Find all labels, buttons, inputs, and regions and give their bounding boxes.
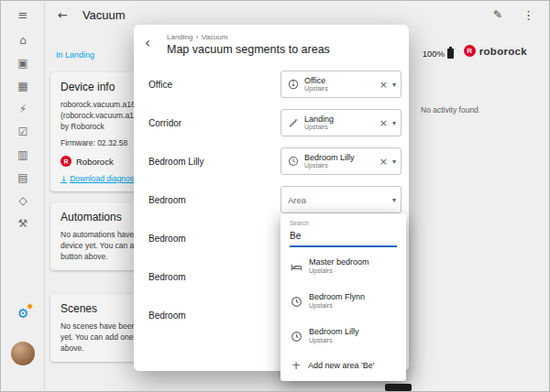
search-field: Search [290,218,397,247]
clock-icon [291,331,302,343]
segment-label: Bedroom Lilly [148,157,204,167]
bed-icon [291,261,302,273]
stairs-icon [288,117,299,128]
dialog-back-icon[interactable]: ‹ [145,37,150,50]
clear-icon[interactable]: × [377,118,390,128]
dropdown-option-master-bedroom[interactable]: Master bedroom Upstairs [280,249,406,284]
segment-label: Bedroom [148,272,186,282]
option-secondary: Upstairs [309,337,359,344]
app-window: ≡ ⌂ ▣ ▦ ⚡ ☑ ▥ ▤ ◇ ⚒ ⚙ ← Vacuum ✎ ⋮ In La… [0,0,550,392]
segment-label: Bedroom [148,234,186,244]
dialog-breadcrumb: Landing › Vacuum [167,33,394,41]
option-secondary: Upstairs [309,267,369,275]
scrollbar-thumb[interactable] [385,384,412,391]
select-value: Bedroom Lilly [304,153,377,162]
select-secondary: Upstairs [304,85,377,93]
select-text: Office Upstairs [304,76,377,93]
chevron-down-icon: ▾ [392,81,396,89]
add-new-area-label: Add new area 'Be' [308,361,374,370]
option-secondary: Upstairs [309,302,365,310]
segment-row: Office Office Upstairs × ▾ [134,65,409,103]
breadcrumb-current: Vacuum [202,33,228,41]
option-text: Bedroom Lilly Upstairs [309,327,359,344]
dropdown-option-bedroom-flynn[interactable]: Bedroom Flynn Upstairs [280,284,406,319]
option-name: Master bedroom [309,257,369,267]
select-value: Landing [304,114,377,124]
segment-row: Bedroom Lilly Bedroom Lilly Upstairs × ▾ [134,142,409,180]
dialog-title: Map vacuum segments to areas [167,43,394,56]
plus-icon: + [292,359,301,372]
chevron-down-icon: ▾ [392,158,396,166]
select-text: Bedroom Lilly Upstairs [304,153,377,169]
add-new-area-option[interactable]: + Add new area 'Be' [280,354,406,377]
search-input[interactable] [290,231,397,241]
robot-vacuum-icon [288,79,299,90]
chevron-down-icon: ▾ [392,196,396,204]
option-text: Bedroom Flynn Upstairs [309,292,365,310]
segment-label: Bedroom [148,310,186,321]
area-select-bedroom-1[interactable]: Area ▾ [280,186,402,213]
area-dropdown-menu: Search Master bedroom Upstairs Bedroom F… [280,213,406,381]
clear-icon[interactable]: × [377,157,390,167]
area-select-corridor[interactable]: Landing Upstairs × ▾ [280,109,402,136]
option-text: Master bedroom Upstairs [309,257,369,275]
segment-row: Corridor Landing Upstairs × ▾ [134,103,409,142]
dialog-header: ‹ Landing › Vacuum Map vacuum segments t… [134,25,409,58]
segment-label: Bedroom [148,195,186,205]
clock-icon [288,156,299,167]
clear-icon[interactable]: × [377,80,390,90]
select-value: Office [304,76,377,85]
breadcrumb-parent[interactable]: Landing [167,33,192,41]
option-name: Bedroom Flynn [309,292,365,302]
clock-icon [291,296,302,308]
area-select-bedroom-lilly[interactable]: Bedroom Lilly Upstairs × ▾ [280,147,402,175]
select-secondary: Upstairs [304,162,377,169]
chevron-down-icon: ▾ [392,119,396,127]
chevron-right-icon: › [195,33,198,41]
segment-label: Corridor [148,118,182,128]
dropdown-option-bedroom-lilly[interactable]: Bedroom Lilly Upstairs [280,319,406,354]
segment-label: Office [148,80,172,90]
search-label: Search [290,220,397,226]
select-placeholder: Area [288,195,390,205]
area-select-office[interactable]: Office Upstairs × ▾ [280,71,402,98]
option-name: Bedroom Lilly [309,327,359,337]
select-secondary: Upstairs [304,124,377,131]
select-text: Landing Upstairs [304,114,377,131]
